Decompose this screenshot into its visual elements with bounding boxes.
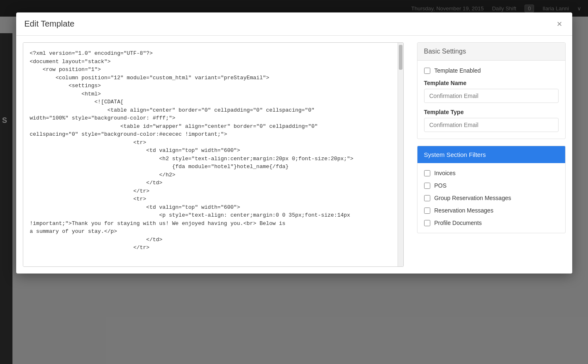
filter-profile-docs-checkbox[interactable]: [424, 220, 430, 226]
template-name-label: Template Name: [424, 80, 559, 86]
settings-panel: Basic Settings Template Enabled Template…: [410, 36, 572, 274]
filter-pos-row: POS: [424, 182, 559, 189]
filter-group-reservation-checkbox[interactable]: [424, 195, 430, 201]
filter-invoices-row: Invoices: [424, 170, 559, 176]
filter-profile-docs-label: Profile Documents: [434, 220, 482, 226]
scrollbar-thumb: [399, 45, 403, 70]
basic-settings-box: Basic Settings Template Enabled Template…: [417, 42, 566, 139]
modal-header: Edit Template ×: [16, 12, 572, 36]
template-type-input[interactable]: [424, 118, 559, 132]
filter-invoices-checkbox[interactable]: [424, 170, 430, 176]
filter-group-reservation-row: Group Reservation Messages: [424, 195, 559, 201]
filter-reservation-row: Reservation Messages: [424, 207, 559, 214]
scrollbar-track[interactable]: [398, 43, 403, 266]
modal-body: <?xml version="1.0" encoding="UTF-8"?> <…: [16, 36, 572, 274]
modal-overlay: Edit Template × <?xml version="1.0" enco…: [0, 0, 588, 364]
basic-settings-body: Template Enabled Template Name Template …: [417, 61, 565, 139]
modal-close-button[interactable]: ×: [555, 20, 564, 29]
template-name-input[interactable]: [424, 89, 559, 103]
template-enabled-label: Template Enabled: [434, 67, 481, 74]
template-type-field: Template Type: [424, 109, 559, 132]
modal-title: Edit Template: [24, 19, 75, 29]
system-filters-body: Invoices POS Group Reservation Messages: [417, 163, 565, 233]
filter-group-reservation-label: Group Reservation Messages: [434, 195, 511, 201]
template-name-field: Template Name: [424, 80, 559, 103]
template-type-label: Template Type: [424, 109, 559, 115]
system-filters-header: System Section Filters: [417, 146, 565, 163]
code-editor-wrapper: <?xml version="1.0" encoding="UTF-8"?> <…: [23, 42, 404, 267]
filter-pos-checkbox[interactable]: [424, 183, 430, 189]
basic-settings-header: Basic Settings: [417, 43, 565, 61]
filter-reservation-checkbox[interactable]: [424, 208, 430, 214]
filter-invoices-label: Invoices: [434, 170, 456, 176]
template-enabled-row: Template Enabled: [424, 67, 559, 74]
code-editor[interactable]: <?xml version="1.0" encoding="UTF-8"?> <…: [23, 43, 398, 266]
code-panel: <?xml version="1.0" encoding="UTF-8"?> <…: [16, 36, 410, 274]
edit-template-modal: Edit Template × <?xml version="1.0" enco…: [16, 12, 572, 274]
filter-reservation-label: Reservation Messages: [434, 207, 493, 214]
template-enabled-checkbox[interactable]: [424, 68, 430, 74]
filter-profile-docs-row: Profile Documents: [424, 220, 559, 226]
system-filters-box: System Section Filters Invoices POS: [417, 146, 566, 233]
filter-pos-label: POS: [434, 182, 447, 189]
